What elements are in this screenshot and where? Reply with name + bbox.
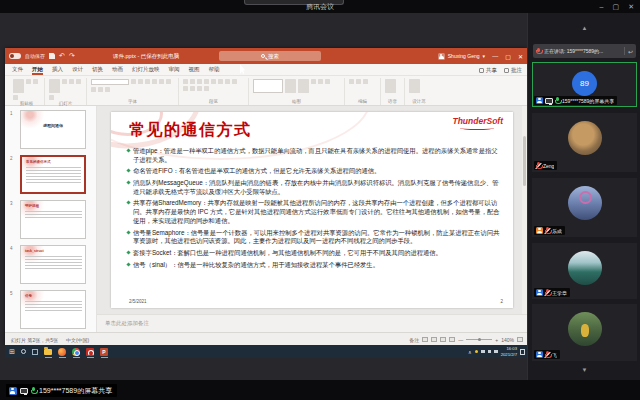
- tab-insert[interactable]: 插入: [52, 64, 63, 75]
- chrome-taskbar-item[interactable]: [72, 345, 80, 358]
- participant-tile-fei[interactable]: 飞: [532, 304, 637, 361]
- select-button[interactable]: [363, 79, 368, 84]
- volume-tray-icon[interactable]: [494, 350, 498, 354]
- designer-button[interactable]: [409, 79, 420, 93]
- zoom-slider[interactable]: [466, 339, 492, 340]
- find-button[interactable]: [349, 79, 354, 84]
- thumbnail-slide-4[interactable]: 4 task_struct: [5, 244, 97, 288]
- ppt-close-button[interactable]: ✕: [518, 53, 523, 60]
- read-aloud-button[interactable]: [385, 79, 396, 93]
- tab-slideshow[interactable]: 幻灯片放映: [132, 64, 160, 75]
- participant-tile-lecheng[interactable]: 乐成: [532, 178, 637, 237]
- shadow-button[interactable]: [159, 79, 164, 84]
- shapes-gallery[interactable]: [253, 79, 283, 93]
- notes-toggle-button[interactable]: 备注: [409, 337, 419, 343]
- section-button[interactable]: [76, 79, 81, 84]
- replace-button[interactable]: [356, 79, 361, 84]
- align-right-button[interactable]: [232, 79, 237, 84]
- thumbnail-slide-2-selected[interactable]: 2 常见的通信方式: [5, 154, 97, 198]
- new-slide-button[interactable]: [49, 79, 60, 93]
- thumbnail-slide-3[interactable]: 3 守护进程: [5, 199, 97, 243]
- tab-help[interactable]: 帮助: [209, 64, 220, 75]
- line-spacing-button[interactable]: [211, 79, 216, 84]
- minimize-button[interactable]: –: [600, 3, 604, 10]
- zoom-percentage[interactable]: 140%: [501, 337, 514, 343]
- comments-button[interactable]: 批注: [504, 67, 522, 74]
- align-text-button[interactable]: [204, 86, 209, 91]
- action-center-icon[interactable]: [520, 349, 525, 355]
- undo-icon[interactable]: ↶: [59, 48, 65, 64]
- fit-to-window-button[interactable]: [517, 337, 523, 342]
- sidebar-scroll-down-arrow[interactable]: ▼: [528, 367, 640, 373]
- participant-tile-wangxuezhang[interactable]: 王学章: [532, 243, 637, 299]
- notes-pane[interactable]: 单击此处添加备注: [97, 314, 527, 332]
- acrobat-taskbar-item[interactable]: [86, 345, 94, 358]
- paste-button[interactable]: [13, 79, 24, 93]
- redo-icon[interactable]: ↷: [69, 48, 75, 64]
- slide-sorter-view-button[interactable]: [431, 337, 437, 342]
- tab-view[interactable]: 视图: [189, 64, 200, 75]
- underline-button[interactable]: [152, 79, 157, 84]
- font-name-box[interactable]: [91, 79, 129, 85]
- task-view-icon[interactable]: [32, 349, 38, 355]
- indent-increase-button[interactable]: [204, 79, 209, 84]
- cut-button[interactable]: [26, 79, 31, 84]
- text-direction-button[interactable]: [197, 86, 202, 91]
- copy-button[interactable]: [33, 79, 38, 84]
- zoom-in-button[interactable]: +: [495, 337, 498, 343]
- banner-back-icon[interactable]: ↩: [628, 48, 633, 55]
- char-spacing-button[interactable]: [91, 87, 96, 92]
- search-box[interactable]: 搜索: [219, 51, 321, 61]
- columns-button[interactable]: [190, 86, 195, 91]
- sidebar-collapse-arrow[interactable]: ▲: [528, 25, 640, 31]
- tray-expand-icon[interactable]: ∧: [468, 349, 472, 355]
- share-owner-chip[interactable]: 159****7589的屏幕共享: [6, 384, 117, 397]
- bullets-button[interactable]: [183, 79, 188, 84]
- zoom-out-button[interactable]: —: [458, 337, 463, 343]
- network-tray-icon[interactable]: [488, 350, 492, 354]
- tab-animations[interactable]: 动画: [112, 64, 123, 75]
- slideshow-view-button[interactable]: [449, 337, 455, 342]
- start-button[interactable]: ⊞: [9, 345, 15, 358]
- save-icon[interactable]: [49, 53, 55, 59]
- account-dropdown-icon[interactable]: ▾: [482, 53, 485, 59]
- tab-home[interactable]: 开始: [32, 64, 43, 75]
- shape-fill-button[interactable]: [311, 79, 316, 84]
- language-indicator[interactable]: 中文(中国): [66, 337, 89, 343]
- shape-outline-button[interactable]: [318, 79, 323, 84]
- italic-button[interactable]: [145, 79, 150, 84]
- align-center-button[interactable]: [225, 79, 230, 84]
- font-size-box[interactable]: [131, 79, 136, 84]
- autosave-toggle[interactable]: [9, 53, 21, 59]
- shape-effects-button[interactable]: [325, 79, 330, 84]
- tab-transitions[interactable]: 切换: [92, 64, 103, 75]
- indent-decrease-button[interactable]: [197, 79, 202, 84]
- strikethrough-button[interactable]: [166, 79, 171, 84]
- layout-button[interactable]: [62, 79, 67, 84]
- align-left-button[interactable]: [218, 79, 223, 84]
- firefox-taskbar-item[interactable]: [58, 345, 66, 358]
- ppt-minimize-button[interactable]: —: [492, 53, 498, 59]
- tab-review[interactable]: 审阅: [169, 64, 180, 75]
- normal-view-button[interactable]: [422, 337, 428, 342]
- security-tray-icon[interactable]: [475, 350, 479, 354]
- thumbnail-slide-1[interactable]: 1 进程间通信: [5, 109, 97, 153]
- powerpoint-taskbar-item[interactable]: P: [100, 345, 108, 358]
- account-area[interactable]: Shuxing Geng ▾: [438, 48, 485, 64]
- maximize-button[interactable]: ▢: [613, 3, 620, 11]
- share-button[interactable]: 共享: [479, 67, 497, 74]
- justify-button[interactable]: [183, 86, 188, 91]
- taskbar-clock[interactable]: 16:03 2021/2/7: [501, 346, 517, 356]
- ppt-maximize-button[interactable]: ▢: [505, 53, 511, 60]
- bold-button[interactable]: [138, 79, 143, 84]
- speaking-banner[interactable]: 正在讲话: 159****7589的... ↩: [533, 44, 636, 58]
- participant-tile-sharer[interactable]: 89 159****7589的屏幕共享: [532, 62, 637, 107]
- search-taskbar-icon[interactable]: [21, 349, 26, 354]
- tab-design[interactable]: 设计: [72, 64, 83, 75]
- reading-view-button[interactable]: [440, 337, 446, 342]
- numbering-button[interactable]: [190, 79, 195, 84]
- thumbnail-slide-5[interactable]: 5 信号: [5, 289, 97, 333]
- font-color-button[interactable]: [98, 87, 103, 92]
- close-button[interactable]: ✕: [628, 3, 634, 11]
- file-explorer-taskbar-item[interactable]: [44, 345, 52, 358]
